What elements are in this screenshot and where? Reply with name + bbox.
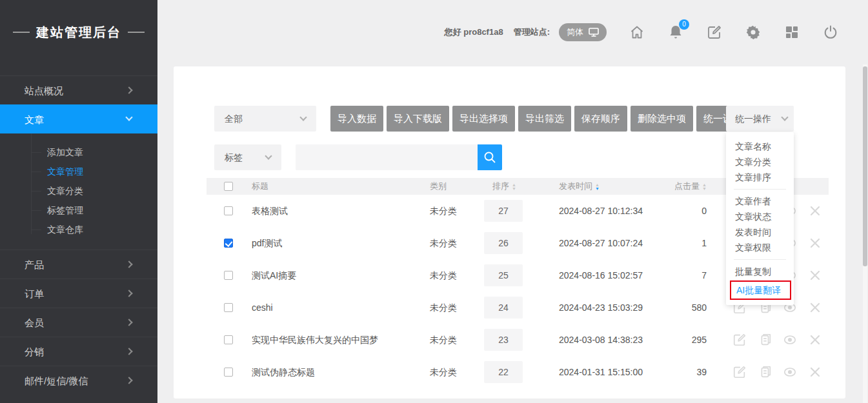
bulk-action-dropdown[interactable]: 统一操作 <box>726 106 794 132</box>
top-header: 您好 pro8cf1a8 管理站点: 简体 0 <box>157 0 868 64</box>
sort-arrows: ▲▼ <box>512 183 516 191</box>
article-title[interactable]: ceshi <box>252 291 273 324</box>
delete-selected-button[interactable]: 删除选中项 <box>631 106 693 132</box>
tag-filter-select[interactable]: 标签 <box>214 144 281 170</box>
table-row: 测试伪静态标题 未分类 22 2024-01-31 15:15:00 39 <box>207 356 829 388</box>
article-title[interactable]: pdf测试 <box>252 227 282 259</box>
order-input[interactable]: 25 <box>484 264 523 286</box>
header-title: 标题 <box>252 178 268 195</box>
power-icon[interactable] <box>822 24 839 41</box>
sidebar-item-mail-sms-wechat[interactable]: 邮件/短信/微信 <box>0 366 157 395</box>
row-actions <box>732 333 822 347</box>
delete-icon[interactable] <box>808 268 822 282</box>
article-title[interactable]: 实现中华民族伟大复兴的中国梦 <box>252 324 378 356</box>
scrollbar-thumb[interactable] <box>863 66 867 266</box>
click-count: 295 <box>668 324 707 356</box>
tag-filter-value: 标签 <box>225 152 243 162</box>
row-checkbox[interactable] <box>224 271 233 280</box>
submenu-item-add-article[interactable]: 添加文章 <box>0 143 157 162</box>
sidebar-item-distribution[interactable]: 分销 <box>0 337 157 366</box>
header-order[interactable]: 排序▲▼ <box>492 178 516 195</box>
submenu-item-article-warehouse[interactable]: 文章仓库 <box>0 220 157 239</box>
menu-item-article-status[interactable]: 文章状态 <box>726 209 794 224</box>
chevron-right-icon <box>125 86 132 93</box>
header-clicks[interactable]: 点击量▲▼ <box>668 178 707 195</box>
select-all-checkbox[interactable] <box>224 182 233 191</box>
delete-icon[interactable] <box>808 365 822 379</box>
search-input[interactable] <box>296 144 478 170</box>
menu-item-article-author[interactable]: 文章作者 <box>726 193 794 209</box>
app-title: 建站管理后台 <box>36 24 121 41</box>
user-greeting: 您好 pro8cf1a8 <box>445 26 503 38</box>
menu-item-article-name[interactable]: 文章名称 <box>726 139 794 154</box>
table-row: 实现中华民族伟大复兴的中国梦 未分类 23 2024-03-08 14:38:2… <box>207 324 829 356</box>
click-count: 580 <box>668 291 707 324</box>
sidebar-item-site-overview[interactable]: 站点概况 <box>0 75 157 104</box>
edit-icon[interactable] <box>732 333 747 347</box>
sidebar-menu: 站点概况 文章 添加文章 文章管理 文章分类 标签管理 文章仓库 产品 订单 会… <box>0 75 157 395</box>
compose-icon[interactable] <box>706 24 723 41</box>
row-checkbox[interactable] <box>224 303 233 312</box>
sidebar-item-articles[interactable]: 文章 <box>0 104 157 133</box>
save-order-button[interactable]: 保存顺序 <box>574 106 627 132</box>
export-selected-button[interactable]: 导出选择项 <box>452 106 515 132</box>
row-actions <box>732 365 822 379</box>
article-category: 未分类 <box>430 324 457 356</box>
category-filter-select[interactable]: 全部 <box>214 106 316 132</box>
row-checkbox[interactable] <box>224 206 233 215</box>
delete-icon[interactable] <box>808 333 822 347</box>
article-title[interactable]: 测试AI摘要 <box>252 259 296 291</box>
grid-icon[interactable] <box>783 24 800 41</box>
menu-item-ai-batch-translate[interactable]: AI批量翻译 <box>730 280 791 300</box>
delete-icon[interactable] <box>808 236 822 250</box>
sidebar-item-orders[interactable]: 订单 <box>0 279 157 308</box>
submenu-item-tag-management[interactable]: 标签管理 <box>0 201 157 220</box>
copy-icon[interactable] <box>758 333 772 347</box>
publish-time: 2024-08-16 15:02:57 <box>559 259 643 291</box>
sidebar-item-members[interactable]: 会员 <box>0 308 157 337</box>
menu-item-article-order[interactable]: 文章排序 <box>726 170 794 185</box>
preview-icon[interactable] <box>783 365 797 379</box>
bulk-action-label: 统一操作 <box>735 113 771 124</box>
menu-item-article-permission[interactable]: 文章权限 <box>726 240 794 255</box>
header-category: 类别 <box>430 178 447 195</box>
import-data-button[interactable]: 导入数据 <box>330 106 383 132</box>
home-icon[interactable] <box>629 24 645 41</box>
sidebar-item-products[interactable]: 产品 <box>0 250 157 279</box>
menu-item-publish-time[interactable]: 发表时间 <box>726 224 794 240</box>
order-input[interactable]: 24 <box>484 297 523 319</box>
copy-icon[interactable] <box>758 365 772 379</box>
gear-icon[interactable] <box>745 24 762 41</box>
delete-icon[interactable] <box>808 204 822 218</box>
vertical-scrollbar[interactable] <box>863 64 867 403</box>
order-input[interactable]: 26 <box>484 232 523 254</box>
order-input[interactable]: 27 <box>484 200 523 222</box>
row-checkbox[interactable] <box>224 368 233 377</box>
language-toggle[interactable]: 简体 <box>559 23 607 41</box>
search-button[interactable] <box>478 144 502 170</box>
header-publish-time[interactable]: 发表时间▲▼ <box>559 178 600 195</box>
delete-icon[interactable] <box>808 300 822 315</box>
sidebar-item-label: 订单 <box>25 288 44 299</box>
edit-icon[interactable] <box>732 365 747 379</box>
export-filtered-button[interactable]: 导出筛选 <box>518 106 571 132</box>
row-checkbox[interactable] <box>224 335 233 344</box>
chevron-down-icon <box>781 113 788 121</box>
order-input[interactable]: 22 <box>484 361 523 383</box>
preview-icon[interactable] <box>783 333 797 347</box>
row-checkbox[interactable] <box>224 239 233 248</box>
submenu-item-article-category[interactable]: 文章分类 <box>0 181 157 201</box>
order-input[interactable]: 23 <box>484 329 523 351</box>
submenu-item-article-management[interactable]: 文章管理 <box>0 162 157 181</box>
sidebar-item-label: 文章 <box>25 114 44 125</box>
article-category: 未分类 <box>430 356 457 388</box>
menu-item-batch-copy[interactable]: 批量复制 <box>726 264 794 279</box>
menu-item-article-category[interactable]: 文章分类 <box>726 154 794 170</box>
chevron-right-icon <box>125 260 132 268</box>
article-title[interactable]: 测试伪静态标题 <box>252 356 315 388</box>
article-title[interactable]: 表格测试 <box>252 195 288 227</box>
bell-icon[interactable]: 0 <box>667 24 684 41</box>
logo-dash-right <box>128 32 145 33</box>
import-download-button[interactable]: 导入下载版 <box>387 106 449 132</box>
toolbar-buttons: 导入数据 导入下载版 导出选择项 导出筛选 保存顺序 删除选中项 统一设置SEO <box>330 106 770 132</box>
